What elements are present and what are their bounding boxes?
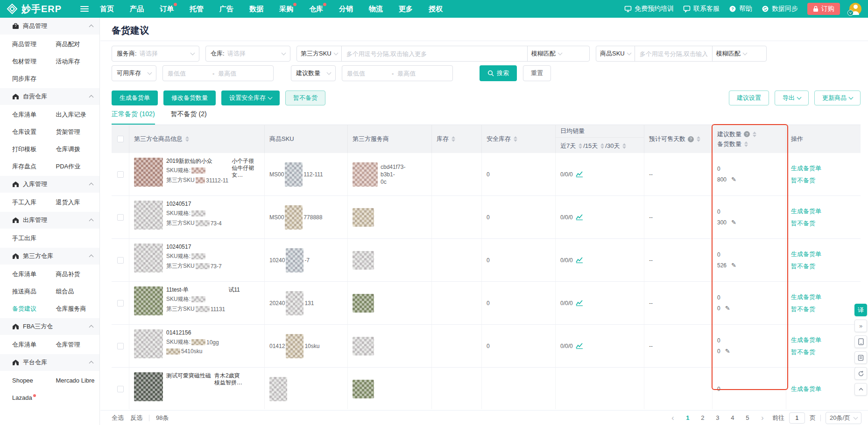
next-page-button[interactable]: › bbox=[757, 413, 768, 423]
hamburger-menu-icon[interactable] bbox=[80, 6, 89, 12]
tab-hold-stocking[interactable]: 暂不备货 (2) bbox=[171, 110, 207, 125]
sidebar-item-sync-stock[interactable]: 同步库存 bbox=[12, 70, 56, 87]
stock-type-select[interactable]: 可用库存 bbox=[112, 65, 156, 81]
suggestion-settings-button[interactable]: 建议设置 bbox=[729, 91, 769, 105]
sidebar-item-3p-warehouse-list[interactable]: 仓库清单 bbox=[12, 265, 56, 283]
nav-item-hosting[interactable]: 托管 bbox=[190, 5, 204, 14]
suggest-type-select[interactable]: 建议数量 bbox=[291, 65, 336, 81]
sidebar-item-stocktaking[interactable]: 库存盘点 bbox=[12, 158, 56, 175]
user-avatar[interactable]: V bbox=[849, 3, 861, 15]
select-all-link[interactable]: 全选 bbox=[112, 414, 124, 422]
hold-stocking-button[interactable]: 暂不备货 bbox=[285, 91, 325, 105]
nav-item-purchase[interactable]: 采购 bbox=[279, 5, 293, 14]
sidebar-item-manual-outbound[interactable]: 手工出库 bbox=[12, 230, 56, 247]
sort-icon[interactable] bbox=[514, 136, 517, 142]
generate-order-link[interactable]: 生成备货单 bbox=[791, 250, 821, 258]
product-sku-input[interactable] bbox=[635, 46, 712, 61]
sidebar-section-inbound[interactable]: 入库管理 bbox=[0, 176, 99, 193]
suggest-max-input[interactable] bbox=[397, 70, 438, 77]
hold-stocking-link[interactable]: 暂不备货 bbox=[791, 176, 815, 185]
edit-qty-icon[interactable]: ✎ bbox=[731, 176, 736, 183]
sort-icon[interactable] bbox=[452, 136, 455, 142]
sidebar-section-fba[interactable]: FBA三方仓 bbox=[0, 318, 99, 335]
sales-chart-icon[interactable] bbox=[576, 214, 583, 220]
sidebar-item-inout-records[interactable]: 出入库记录 bbox=[56, 106, 100, 123]
sort-icon[interactable] bbox=[697, 136, 700, 142]
sidebar-item-return-inbound[interactable]: 退货入库 bbox=[56, 194, 100, 211]
subscribe-button[interactable]: 订购 bbox=[807, 3, 840, 15]
hold-stocking-link[interactable]: 暂不备货 bbox=[791, 262, 815, 271]
sidebar-item-fba-warehouse-list[interactable]: 仓库清单 bbox=[12, 336, 56, 353]
sales-chart-icon[interactable] bbox=[576, 300, 583, 306]
page-button-4[interactable]: 4 bbox=[727, 413, 738, 423]
generate-order-link[interactable]: 生成备货单 bbox=[791, 293, 821, 301]
sidebar-item-goods-manage[interactable]: 商品管理 bbox=[12, 35, 56, 53]
collapse-panel-button[interactable]: » bbox=[854, 320, 867, 332]
export-button[interactable]: 导出 bbox=[775, 91, 809, 105]
edit-qty-icon[interactable]: ✎ bbox=[725, 305, 730, 312]
nav-item-distribution[interactable]: 分销 bbox=[339, 5, 353, 14]
hold-stocking-link[interactable]: 暂不备货 bbox=[791, 348, 815, 356]
data-sync-link[interactable]: 数据同步 bbox=[762, 5, 798, 13]
row-checkbox[interactable] bbox=[117, 300, 124, 307]
sidebar-section-outbound[interactable]: 出库管理 bbox=[0, 212, 99, 229]
sidebar-item-fba-warehouse-manage[interactable]: 仓库管理 bbox=[56, 336, 100, 353]
col-stock[interactable]: 库存 bbox=[432, 125, 482, 153]
edit-qty-icon[interactable]: ✎ bbox=[731, 262, 736, 269]
customer-service-link[interactable]: 联系客服 bbox=[683, 5, 720, 13]
page-size-select[interactable]: 20条/页 bbox=[826, 412, 861, 424]
nav-item-product[interactable]: 产品 bbox=[130, 5, 144, 14]
back-to-top-button[interactable] bbox=[854, 383, 867, 396]
sidebar-item-goods-pairing[interactable]: 商品配对 bbox=[56, 35, 100, 53]
nav-item-home[interactable]: 首页 bbox=[100, 5, 114, 14]
sidebar-item-lazada[interactable]: Lazada bbox=[12, 389, 56, 406]
product-title[interactable]: 10240517 bbox=[166, 201, 219, 208]
page-button-1[interactable]: 1 bbox=[683, 413, 693, 423]
modify-stocking-qty-button[interactable]: 修改备货数量 bbox=[163, 91, 216, 105]
search-button[interactable]: 搜索 bbox=[480, 65, 517, 81]
page-button-2[interactable]: 2 bbox=[698, 413, 708, 423]
sidebar-item-replenishment[interactable]: 商品补货 bbox=[56, 265, 100, 283]
hold-stocking-link[interactable]: 暂不备货 bbox=[791, 219, 815, 228]
provider-select[interactable]: 服务商:请选择 bbox=[112, 46, 199, 62]
hold-stocking-link[interactable]: 暂不备货 bbox=[791, 305, 815, 314]
product-title[interactable]: 11test-单 bbox=[166, 286, 219, 293]
third-sku-field-select[interactable]: 第三方SKU bbox=[297, 46, 341, 61]
generate-order-link[interactable]: 生成备货单 bbox=[791, 164, 821, 173]
sort-icon[interactable] bbox=[579, 143, 582, 149]
sidebar-item-packaging[interactable]: 包材管理 bbox=[12, 53, 56, 70]
sidebar-item-stocking-suggestion[interactable]: 备货建议 bbox=[12, 300, 56, 317]
feedback-button[interactable] bbox=[854, 351, 867, 364]
sort-icon[interactable] bbox=[744, 141, 748, 147]
sales-chart-icon[interactable] bbox=[576, 343, 583, 349]
sidebar-item-warehouse-provider[interactable]: 仓库服务商 bbox=[56, 300, 100, 317]
sort-icon[interactable] bbox=[185, 136, 189, 142]
sidebar-section-goods[interactable]: 商品管理 bbox=[0, 18, 99, 35]
prev-page-button[interactable]: ‹ bbox=[668, 413, 678, 423]
sidebar-section-third-party[interactable]: 第三方仓库 bbox=[0, 248, 99, 265]
help-link[interactable]: ? 帮助 bbox=[729, 5, 752, 13]
set-safety-stock-button[interactable]: 设置安全库存 bbox=[221, 91, 280, 105]
stock-max-input[interactable] bbox=[218, 70, 259, 77]
sidebar-item-warehouse-list[interactable]: 仓库清单 bbox=[12, 106, 56, 123]
third-sku-match-select[interactable]: 模糊匹配 bbox=[527, 46, 565, 61]
product-title[interactable]: 2019新款仙的小众 bbox=[166, 158, 219, 165]
third-sku-input[interactable] bbox=[341, 46, 527, 61]
nav-item-order[interactable]: 订单 bbox=[160, 5, 174, 14]
generate-order-link[interactable]: 生成备货单 bbox=[791, 336, 821, 344]
page-button-3[interactable]: 3 bbox=[713, 413, 723, 423]
sidebar-item-push-goods[interactable]: 推送商品 bbox=[12, 283, 56, 300]
col-safety-stock[interactable]: 安全库存 bbox=[482, 125, 556, 153]
sort-icon[interactable] bbox=[622, 143, 626, 149]
app-logo[interactable]: 妙手ERP bbox=[7, 3, 76, 15]
row-checkbox[interactable] bbox=[117, 214, 124, 221]
translate-button[interactable]: 译 bbox=[854, 304, 867, 316]
col-product-info[interactable]: 第三方仓商品信息 bbox=[129, 125, 265, 153]
product-title[interactable]: 10240517 bbox=[166, 244, 219, 251]
product-sku-match-select[interactable]: 模糊匹配 bbox=[712, 46, 750, 61]
nav-item-auth[interactable]: 授权 bbox=[429, 5, 443, 14]
sidebar-item-shelf-manage[interactable]: 货架管理 bbox=[56, 123, 100, 140]
product-title[interactable]: 01412156 bbox=[166, 329, 219, 336]
sidebar-item-mercado-libre[interactable]: Mercado Libre bbox=[56, 372, 100, 389]
sidebar-item-warehouse-settings[interactable]: 仓库设置 bbox=[12, 123, 56, 140]
